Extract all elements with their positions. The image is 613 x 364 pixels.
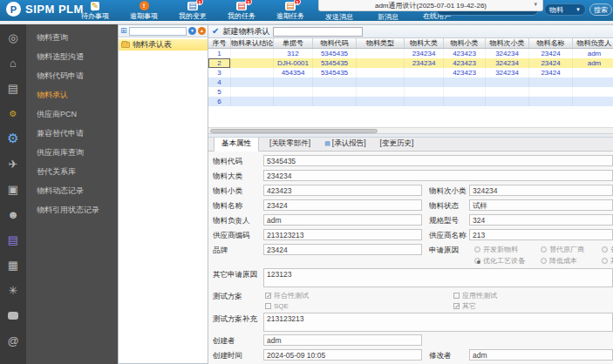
app-logo-icon[interactable]: ◎ bbox=[4, 29, 22, 46]
table-row[interactable]: 1 312 5345435 234234 423423 324234 23424… bbox=[208, 49, 613, 58]
cell-approval-result[interactable] bbox=[231, 97, 274, 106]
cell-material-type[interactable] bbox=[357, 68, 405, 78]
creator-field[interactable]: adm bbox=[263, 334, 422, 346]
data-config-icon[interactable]: ▦ bbox=[4, 256, 22, 273]
tab-related-parts[interactable]: [关联零部件] bbox=[266, 138, 314, 151]
cell-approval-result[interactable] bbox=[231, 58, 274, 68]
table-row[interactable]: 6 bbox=[208, 97, 613, 106]
cell-doc-number[interactable]: 454354 bbox=[274, 68, 313, 78]
at-icon[interactable]: @ bbox=[4, 332, 22, 349]
database-icon[interactable]: ▤ bbox=[4, 79, 22, 97]
cell-doc-number[interactable] bbox=[274, 78, 313, 87]
create-time-field[interactable]: 2024-05-09 10:05 bbox=[263, 349, 422, 361]
table-row[interactable]: 4 bbox=[208, 78, 613, 87]
new-material-approval-button[interactable]: 新建物料承认 bbox=[222, 26, 269, 37]
cell-minor-class[interactable]: 423423 bbox=[444, 49, 486, 58]
cell-material-code[interactable] bbox=[313, 87, 357, 97]
material-code-field[interactable]: 5345435 bbox=[263, 155, 613, 166]
tab-basic-properties[interactable]: 基本属性 bbox=[214, 138, 259, 152]
reason-radio-option[interactable]: 开发新物料 bbox=[474, 245, 541, 254]
cell-doc-number[interactable] bbox=[274, 87, 313, 97]
cell-approval-result[interactable] bbox=[231, 49, 274, 58]
table-row[interactable]: 5 bbox=[208, 87, 613, 97]
chat-icon[interactable] bbox=[4, 307, 22, 324]
cell-material-name[interactable] bbox=[529, 87, 573, 97]
session-select[interactable]: adm通用设计(2025-07-01 19-42-26) ▾ bbox=[318, 0, 543, 11]
cell-sub-minor-class[interactable] bbox=[486, 78, 529, 87]
cell-major-class[interactable] bbox=[405, 87, 444, 97]
cell-approval-result[interactable] bbox=[231, 68, 274, 78]
cell-material-code[interactable]: 5345435 bbox=[313, 68, 357, 78]
cell-sub-minor-class[interactable] bbox=[486, 87, 529, 97]
table-row[interactable]: 3 454354 5345435 423423 324234 23424 bbox=[208, 68, 613, 78]
cell-doc-number[interactable]: DJH-0001 bbox=[274, 58, 313, 68]
sidebar-item[interactable]: 供应商PCN bbox=[26, 104, 118, 124]
supplier-code-field[interactable]: 213123213 bbox=[263, 229, 422, 240]
reason-radio-option[interactable]: 替代原厂商 bbox=[541, 245, 602, 254]
sidebar-item[interactable]: 兼容替代申请 bbox=[26, 124, 118, 143]
cell-material-code[interactable] bbox=[313, 78, 357, 87]
minor-class-field[interactable]: 423423 bbox=[263, 185, 422, 196]
search-button[interactable]: 搜索 bbox=[589, 3, 612, 16]
sidebar-item[interactable]: 物料引用状态记录 bbox=[26, 200, 118, 219]
cell-minor-class[interactable] bbox=[444, 78, 486, 87]
sidebar-item[interactable]: 物料承认 bbox=[26, 85, 118, 104]
expand-all-button[interactable]: ▼ bbox=[188, 27, 196, 35]
other-reason-textarea[interactable]: 123123 bbox=[263, 268, 613, 287]
toolbar-input[interactable] bbox=[273, 27, 363, 37]
cell-major-class[interactable] bbox=[405, 68, 444, 78]
scrollbar-thumb[interactable] bbox=[210, 129, 378, 133]
home-icon[interactable]: ⌂ bbox=[4, 54, 22, 71]
row-number-cell[interactable]: 1 bbox=[208, 49, 231, 58]
nav-item-my-tasks[interactable]: ▤1 我的任务 bbox=[223, 0, 260, 21]
spec-model-field[interactable]: 324 bbox=[469, 214, 613, 226]
cell-material-owner[interactable] bbox=[573, 68, 613, 78]
test-checkbox-option[interactable]: 应用性测试 bbox=[453, 291, 497, 300]
cell-material-code[interactable] bbox=[313, 97, 357, 106]
sidebar-item[interactable]: 供应商库查询 bbox=[26, 143, 118, 162]
sub-minor-class-field[interactable]: 324234 bbox=[469, 185, 613, 196]
cell-doc-number[interactable]: 312 bbox=[274, 49, 313, 58]
column-header[interactable]: 物料承认结论 bbox=[231, 38, 274, 48]
search-category-select[interactable]: 物料 ▼ bbox=[544, 3, 586, 16]
column-header[interactable]: 物料负责人 bbox=[573, 38, 613, 48]
column-header[interactable]: 单据号 bbox=[274, 38, 313, 48]
nav-item-todo[interactable]: ✎ 待办事项 bbox=[77, 0, 113, 21]
cell-major-class[interactable]: 234234 bbox=[405, 58, 444, 68]
report-doc-icon[interactable]: ▤ bbox=[4, 231, 22, 248]
test-plan-extra-textarea[interactable]: 213123213 bbox=[263, 313, 613, 332]
supplier-name-field[interactable]: 213 bbox=[469, 229, 613, 240]
users-icon[interactable]: ☻ bbox=[4, 206, 22, 223]
cell-material-name[interactable]: 23424 bbox=[529, 58, 573, 68]
cell-sub-minor-class[interactable]: 324234 bbox=[486, 49, 529, 58]
tree-node-material-approval-table[interactable]: 物料承认表 bbox=[119, 39, 208, 51]
reason-radio-option[interactable]: 降低成本 bbox=[541, 256, 602, 266]
cell-material-owner[interactable] bbox=[573, 78, 613, 87]
sidebar-item[interactable]: 物料查询 bbox=[26, 28, 118, 47]
cell-sub-minor-class[interactable] bbox=[486, 97, 529, 106]
tab-change-history[interactable]: [变更历史] bbox=[377, 138, 418, 151]
material-owner-field[interactable]: adm bbox=[263, 214, 422, 226]
test-checkbox-option[interactable]: 符合性测试 bbox=[265, 291, 453, 300]
cell-material-name[interactable] bbox=[529, 78, 573, 87]
reason-radio-option[interactable]: 备份供应商 bbox=[602, 245, 613, 254]
sidebar-item[interactable]: 物料动态记录 bbox=[26, 181, 118, 200]
test-checkbox-option[interactable]: 其它 bbox=[453, 301, 497, 310]
column-header[interactable]: 物料次小类 bbox=[486, 38, 529, 48]
reason-radio-option[interactable]: 其他 bbox=[602, 256, 613, 266]
cell-material-code[interactable]: 5345435 bbox=[313, 58, 357, 68]
horizontal-scrollbar[interactable] bbox=[208, 127, 613, 133]
tree-filter-input[interactable] bbox=[129, 27, 187, 36]
cell-material-type[interactable] bbox=[357, 49, 405, 58]
cell-material-owner[interactable]: adm bbox=[573, 58, 613, 68]
cell-minor-class[interactable] bbox=[444, 97, 486, 106]
row-number-cell[interactable]: 2 bbox=[208, 58, 231, 68]
sidebar-item[interactable]: 物料代码申请 bbox=[26, 66, 118, 85]
cell-material-owner[interactable] bbox=[573, 97, 613, 106]
row-number-cell[interactable]: 6 bbox=[208, 97, 231, 106]
cell-material-name[interactable]: 23424 bbox=[529, 68, 573, 78]
modifier-field[interactable]: adm bbox=[469, 349, 613, 361]
cell-material-owner[interactable] bbox=[573, 87, 613, 97]
cell-material-type[interactable] bbox=[357, 97, 405, 106]
reason-radio-option[interactable]: 优化工艺设备 bbox=[474, 256, 541, 266]
